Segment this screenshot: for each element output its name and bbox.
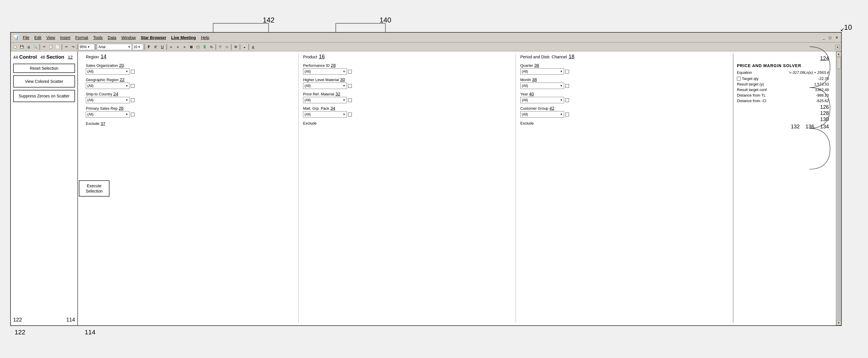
perf-id-label: Performance ID 28: [303, 63, 513, 68]
toolbar-icon-9[interactable]: ↪: [70, 44, 76, 50]
geo-region-dropdown[interactable]: (All) ▼: [86, 83, 130, 89]
toolbar-separator-1: [39, 44, 40, 50]
higher-level-material-checkbox[interactable]: [348, 84, 352, 88]
toolbar-icon-8[interactable]: ↩: [63, 44, 69, 50]
menu-view[interactable]: View: [44, 35, 58, 40]
menu-edit[interactable]: Edit: [32, 35, 44, 40]
month-dropdown[interactable]: (All) ▼: [520, 83, 564, 89]
toolbar-icon-1[interactable]: 📋: [12, 44, 19, 50]
ref-16-label: 16: [319, 54, 325, 60]
toolbar-icon-border[interactable]: ▢: [195, 44, 201, 50]
toolbar-icon-7[interactable]: 📄: [54, 44, 61, 50]
size-select[interactable]: 10 ▼: [132, 44, 143, 50]
quarter-select-row: (All) ▼: [520, 68, 730, 75]
customer-group-checkbox[interactable]: [565, 112, 569, 117]
zoom-input[interactable]: 95% ▼: [79, 44, 95, 50]
format-italic[interactable]: K: [152, 44, 159, 50]
format-bold[interactable]: F: [146, 44, 152, 50]
align-left[interactable]: ≡: [168, 44, 174, 50]
execute-selection-button[interactable]: Execute Selection: [79, 180, 110, 196]
toolbar-icon-4[interactable]: 🔍: [32, 44, 38, 50]
window-minimize[interactable]: _: [821, 35, 827, 40]
primary-sales-rep-checkbox[interactable]: [131, 112, 134, 117]
ship-country-dropdown[interactable]: (All) ▼: [86, 97, 130, 103]
menu-tools[interactable]: Tools: [91, 35, 105, 40]
ship-country-checkbox[interactable]: [131, 98, 134, 102]
quarter-checkbox[interactable]: [565, 70, 569, 73]
toolbar-separator-8: [231, 44, 231, 50]
toolbar-icon-percent[interactable]: %: [208, 44, 215, 50]
toolbar-icon-5[interactable]: ✂: [41, 44, 47, 50]
align-right[interactable]: ≡: [181, 44, 188, 50]
menu-insert[interactable]: Insert: [58, 35, 73, 40]
align-center[interactable]: ≡: [175, 44, 181, 50]
menu-help[interactable]: Help: [198, 35, 212, 40]
field-primary-sales-rep: Primary Sales Rep 26 (All) ▼: [86, 106, 296, 118]
toolbar-separator-2: [62, 44, 62, 50]
window-restore[interactable]: ◻: [827, 35, 833, 40]
arrow-10-icon: ↙: [840, 26, 845, 33]
year-dropdown[interactable]: (All) ▼: [520, 97, 564, 103]
matl-grp-pack-checkbox[interactable]: [348, 112, 352, 117]
ref-30: 30: [340, 77, 345, 82]
scroll-down-button[interactable]: ▼: [836, 320, 841, 325]
toolbar-icon-6[interactable]: 📋: [48, 44, 54, 50]
menu-data[interactable]: Data: [105, 35, 119, 40]
year-select-row: (All) ▼: [520, 97, 730, 103]
target-qty-checkbox[interactable]: [737, 77, 741, 80]
geo-region-select-row: (All) ▼: [86, 83, 296, 89]
matl-grp-pack-select-row: (All) ▼: [303, 111, 513, 118]
toolbar-separator-10: [248, 44, 249, 50]
geo-region-checkbox[interactable]: [131, 84, 134, 88]
view-colored-scatter-button[interactable]: View Colored Scatter: [13, 75, 75, 88]
toolbar-scroll-up[interactable]: ▲: [835, 45, 840, 49]
filter-area: Region 14 Sales Organization 20 (All) ▼: [78, 51, 836, 325]
toolbar-icon-2[interactable]: 💾: [19, 44, 25, 50]
target-qty-label: Target qty: [742, 76, 758, 81]
field-higher-level-material: Higher Level Material 30 (All) ▼: [303, 77, 513, 89]
toolbar-icon-chart[interactable]: ◇: [224, 44, 230, 50]
ref-14-label: 14: [100, 54, 106, 60]
menu-format[interactable]: Format: [73, 35, 91, 40]
toolbar-icon-text-color[interactable]: A: [250, 44, 256, 50]
menu-window[interactable]: Window: [119, 35, 138, 40]
suppress-zeroes-button[interactable]: Suppress Zeroes on Scatter: [13, 90, 75, 102]
scroll-track: [837, 57, 841, 320]
scroll-up-button[interactable]: ▲: [836, 51, 841, 57]
control-section: 44 Control 46 Section 12 Reset Selection…: [11, 51, 78, 325]
sales-org-checkbox[interactable]: [131, 70, 134, 73]
customer-group-dropdown[interactable]: (All) ▼: [520, 111, 564, 118]
sales-org-dropdown[interactable]: (All) ▼: [86, 68, 130, 75]
month-label: Month 38: [520, 77, 730, 82]
price-ref-material-checkbox[interactable]: [348, 98, 352, 102]
toolbar-icon-color[interactable]: ⬥: [241, 44, 248, 50]
matl-grp-pack-dropdown[interactable]: (All) ▼: [303, 111, 347, 118]
year-checkbox[interactable]: [565, 98, 569, 102]
ref-130: 130: [737, 117, 829, 123]
window-close[interactable]: ✕: [834, 35, 840, 40]
scroll-thumb[interactable]: [837, 57, 841, 69]
font-select[interactable]: Arial ▼: [97, 44, 132, 50]
format-underline[interactable]: U: [159, 44, 165, 50]
menu-file[interactable]: File: [21, 35, 32, 40]
distance-tl-value: -988.10: [816, 93, 829, 97]
perf-id-checkbox[interactable]: [348, 70, 352, 73]
toolbar-icon-currency[interactable]: 💲: [202, 44, 208, 50]
customer-group-select-row: (All) ▼: [520, 111, 730, 118]
price-ref-material-dropdown[interactable]: (All) ▼: [303, 97, 347, 103]
field-customer-group: Customer Group 42 (All) ▼: [520, 106, 730, 118]
primary-sales-rep-dropdown[interactable]: (All) ▼: [86, 111, 130, 118]
menu-star-browser[interactable]: Star Browser: [138, 35, 168, 40]
quarter-dropdown[interactable]: (All) ▼: [520, 68, 564, 75]
toolbar-icon-3[interactable]: 🖨: [25, 44, 32, 50]
menu-live-meeting[interactable]: Live Meeting: [169, 35, 198, 40]
toolbar-icon-filter[interactable]: ▽: [217, 44, 223, 50]
reset-selection-button[interactable]: Reset Selection: [13, 64, 75, 73]
geo-region-label: Geographic Region 22: [86, 77, 296, 82]
perf-id-dropdown[interactable]: (All) ▼: [303, 68, 347, 75]
toolbar-icon-table[interactable]: ⊞: [232, 44, 239, 50]
higher-level-material-dropdown[interactable]: (All) ▼: [303, 83, 347, 89]
solver-distance-cl-row: Distance from -Cl -625.62: [737, 99, 829, 103]
month-checkbox[interactable]: [565, 84, 569, 88]
toolbar-icon-merge[interactable]: ▦: [188, 44, 194, 50]
